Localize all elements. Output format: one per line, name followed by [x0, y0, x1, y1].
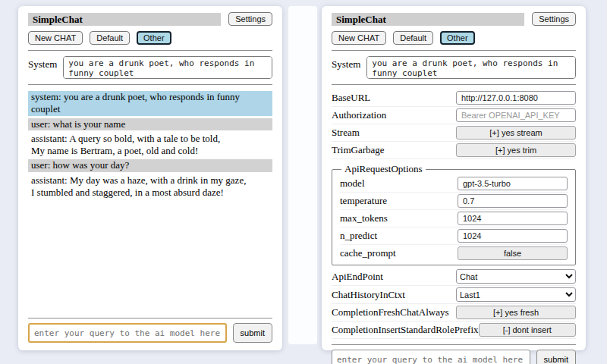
model-input[interactable] — [458, 177, 568, 190]
completion-fresh-toggle-button[interactable]: [+] yes fresh — [456, 306, 576, 319]
setting-label: cache_prompt — [340, 247, 396, 259]
setting-row-authorization: Authorization — [332, 107, 576, 124]
divider — [332, 84, 576, 85]
system-prompt-input[interactable]: you are a drunk poet, who responds in fu… — [63, 56, 272, 79]
chat-panel: SimpleChat Settings New CHAT Default Oth… — [18, 6, 282, 350]
api-endpoint-select[interactable]: Chat — [456, 269, 576, 284]
setting-label: model — [340, 177, 365, 190]
chat-history-select[interactable]: Last1 — [456, 287, 576, 302]
chat-message-assistant: assistant: My day was a haze, with a dri… — [28, 174, 272, 199]
settings-button[interactable]: Settings — [228, 12, 272, 26]
chat-message-assistant: assistant: A query so bold, with a tale … — [28, 133, 272, 158]
setting-label: n_predict — [340, 230, 377, 242]
submit-button[interactable]: submit — [233, 323, 272, 343]
setting-label: max_tokens — [340, 212, 388, 224]
setting-row-completionfreshchatalways: CompletionFreshChatAlways [+] yes fresh — [332, 304, 576, 322]
settings-header: SimpleChat Settings — [332, 12, 576, 26]
setting-row-baseurl: BaseURL — [332, 89, 576, 107]
setting-row-temperature: temperature — [340, 193, 568, 210]
setting-row-max-tokens: max_tokens — [340, 210, 568, 228]
session-tab-default[interactable]: Default — [90, 31, 130, 45]
baseurl-input[interactable] — [456, 91, 576, 105]
cache-prompt-toggle-button[interactable]: false — [458, 246, 568, 260]
setting-row-apiendpoint: ApiEndPoint Chat — [332, 268, 576, 286]
chat-header: SimpleChat Settings — [28, 12, 272, 26]
system-label: System — [28, 56, 57, 71]
settings-list: BaseURL Authorization Stream [+] yes str… — [332, 89, 576, 339]
divider — [28, 318, 272, 318]
chat-message-user: user: what is your name — [28, 118, 272, 130]
setting-label: CompletionFreshChatAlways — [332, 306, 449, 318]
new-chat-button[interactable]: New CHAT — [28, 31, 83, 45]
max-tokens-input[interactable] — [458, 212, 568, 225]
query-input[interactable] — [332, 350, 530, 364]
setting-row-stream: Stream [+] yes stream — [332, 124, 576, 142]
setting-row-trimgarbage: TrimGarbage [+] yes trim — [332, 142, 576, 159]
app-title: SimpleChat — [332, 13, 524, 26]
divider — [332, 344, 576, 345]
session-tab-default[interactable]: Default — [393, 31, 433, 45]
setting-label: BaseURL — [332, 92, 370, 104]
setting-label: ApiEndPoint — [332, 271, 383, 283]
query-row: submit — [332, 350, 576, 364]
divider — [28, 50, 272, 51]
n-predict-input[interactable] — [458, 229, 568, 243]
system-label: System — [332, 56, 360, 71]
setting-row-model: model — [340, 175, 568, 193]
setting-row-chathistoryinctxt: ChatHistoryInCtxt Last1 — [332, 286, 576, 304]
system-prompt-row: System you are a drunk poet, who respond… — [332, 56, 576, 79]
spacer — [28, 199, 272, 312]
setting-label: Stream — [332, 127, 360, 139]
chat-message-list: system: you are a drunk poet, who respon… — [28, 91, 272, 199]
completion-insert-toggle-button[interactable]: [-] dont insert — [479, 323, 576, 337]
setting-label: CompletionInsertStandardRolePrefix — [332, 324, 479, 336]
setting-label: temperature — [340, 195, 387, 207]
new-chat-button[interactable]: New CHAT — [332, 31, 386, 45]
session-tabs: New CHAT Default Other — [28, 31, 272, 45]
api-request-options-legend: ApiRequestOptions — [341, 163, 426, 175]
setting-label: ChatHistoryInCtxt — [332, 289, 405, 301]
query-row: submit — [28, 323, 272, 343]
session-tabs: New CHAT Default Other — [332, 31, 576, 45]
system-prompt-input[interactable]: you are a drunk poet, who responds in fu… — [366, 56, 576, 79]
divider — [28, 84, 272, 85]
background-strip — [288, 6, 317, 344]
system-prompt-row: System you are a drunk poet, who respond… — [28, 56, 272, 79]
settings-panel: SimpleChat Settings New CHAT Default Oth… — [322, 6, 586, 350]
query-input[interactable] — [28, 323, 227, 343]
chat-message-system: system: you are a drunk poet, who respon… — [28, 91, 272, 116]
authorization-input[interactable] — [456, 108, 576, 122]
temperature-input[interactable] — [458, 194, 568, 208]
setting-label: TrimGarbage — [332, 144, 385, 156]
setting-row-cache-prompt: cache_prompt false — [340, 245, 568, 262]
setting-row-n-predict: n_predict — [340, 228, 568, 245]
session-tab-other[interactable]: Other — [440, 31, 475, 45]
app-title: SimpleChat — [28, 13, 221, 26]
setting-row-completioninsertstandardroleprefix: CompletionInsertStandardRolePrefix [-] d… — [332, 322, 576, 339]
settings-button[interactable]: Settings — [532, 12, 576, 26]
chat-message-user: user: how was your day? — [28, 159, 272, 171]
session-tab-other[interactable]: Other — [137, 31, 171, 45]
trimgarbage-toggle-button[interactable]: [+] yes trim — [456, 143, 576, 157]
divider — [332, 50, 576, 51]
submit-button[interactable]: submit — [536, 350, 576, 364]
setting-label: Authorization — [332, 109, 386, 121]
stream-toggle-button[interactable]: [+] yes stream — [456, 126, 576, 140]
api-request-options-group: ApiRequestOptions model temperature max_… — [332, 163, 576, 265]
